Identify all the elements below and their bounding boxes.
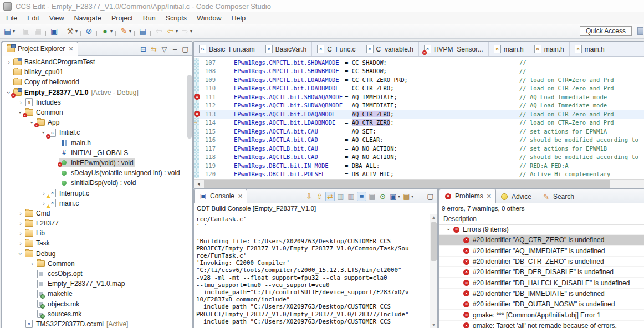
dropdown-arrow-icon[interactable]: ▾ xyxy=(110,29,113,34)
problem-row[interactable]: #20 identifier "DB_DEB_DISABLE" is undef… xyxy=(439,267,644,278)
error-marker-icon[interactable] xyxy=(194,94,200,100)
quick-access-button[interactable]: Quick Access xyxy=(580,26,632,36)
tab-project-explorer[interactable]: Project Explorer xyxy=(2,42,78,56)
expand-arrow-icon[interactable]: › xyxy=(17,210,24,217)
tab-search[interactable]: ✎Search xyxy=(538,190,580,203)
dropdown-arrow-icon[interactable]: ▾ xyxy=(398,194,400,199)
code-line-118[interactable]: 118EPwm1Regs.AQCTLB.bit.CAD= AQ_NO_ACTIO… xyxy=(194,153,644,162)
tab-console[interactable]: ▣ Console xyxy=(194,189,247,203)
menu-run[interactable]: Run xyxy=(138,13,161,23)
console-scrollbar[interactable]: ▲ ▼ xyxy=(430,214,437,328)
open-console-icon[interactable]: ▤▾ xyxy=(402,192,414,201)
tree-item-sdelayus-volatile-unsigned-int-void[interactable]: sDelayUs(volatile unsigned int) : void xyxy=(2,168,192,178)
collapse-all-icon[interactable]: ⊟ xyxy=(139,44,148,54)
expand-arrow-icon[interactable]: › xyxy=(17,230,24,237)
menu-view[interactable]: View xyxy=(44,13,69,23)
dropdown-arrow-icon[interactable]: ▾ xyxy=(75,29,78,34)
code-line-112[interactable]: 112EPwm1Regs.AQCTL.bit.SHDWAQBMODE= AQ_I… xyxy=(194,101,644,110)
console-switch-icon[interactable]: ⇄ xyxy=(325,192,335,201)
editor-tab-basicvar-h[interactable]: BasicVar.h xyxy=(260,42,312,56)
problem-row[interactable]: gmake: Target 'all' not remade because o… xyxy=(439,321,644,328)
tree-item-objects-mk[interactable]: objects.mk xyxy=(2,299,192,309)
editor-tab-main-h[interactable]: main.h xyxy=(489,42,529,56)
problem-row[interactable]: #20 identifier "DB_HALFCLK_DISABLE" is u… xyxy=(439,278,644,288)
code-line-120[interactable]: 120EPwm1Regs.DBCTL.bit.POLSEL= DB_ACTV_H… xyxy=(194,170,644,179)
tree-item-copy-of-helloworld[interactable]: Copy of helloworld xyxy=(2,77,192,87)
editor-tab-basic-fun-asm[interactable]: Basic_Fun.asm xyxy=(194,42,260,56)
menu-file[interactable]: File xyxy=(1,13,22,23)
save-icon[interactable]: ▣ xyxy=(21,25,32,37)
dropdown-arrow-icon[interactable]: ▾ xyxy=(411,194,413,199)
code-line-119[interactable]: 119EPwm1Regs.DBCTL.bit.IN_MODE= DBA_ALL;… xyxy=(194,161,644,170)
tree-item-blinky-cpu01[interactable]: blinky_cpu01 xyxy=(2,67,192,77)
tree-item-empty-f28377-v1-0[interactable]: ›Empty_F28377_V1.0[Active - Debug] xyxy=(2,88,192,98)
tree-item-cmd[interactable]: ›Cmd xyxy=(2,208,192,218)
expand-arrow-icon[interactable]: › xyxy=(17,250,24,257)
scroll-down-icon[interactable]: ⇩ xyxy=(304,192,314,201)
code-line-111[interactable]: 111EPwm1Regs.AQCTL.bit.SHDWAQAMODE= AQ_I… xyxy=(194,93,644,101)
code-line-115[interactable]: 115EPwm1Regs.AQCTLA.bit.CAU= AQ_SET;// s… xyxy=(194,127,644,136)
tree-item-initial-c[interactable]: ›Initial.c xyxy=(2,127,192,137)
menu-edit[interactable]: Edit xyxy=(22,13,44,23)
show-stdout-icon[interactable]: ▥ xyxy=(336,192,345,201)
expand-arrow-icon[interactable]: › xyxy=(17,99,24,106)
tab-advice[interactable]: Advice xyxy=(496,190,538,203)
new-wizard-icon[interactable]: ▤▾ xyxy=(2,25,16,37)
code-line-110[interactable]: 110EPwm1Regs.CMPCTL.bit.LOADBMODE= CC_CT… xyxy=(194,84,644,93)
tree-item-includes[interactable]: ›Includes xyxy=(2,98,192,107)
nav-forward-icon[interactable]: ⇨▾ xyxy=(179,25,193,37)
code-line-108[interactable]: 108EPwm1Regs.CMPCTL.bit.SHDWBMODE= CC_SH… xyxy=(194,67,644,76)
tree-item-sinitialdsp-void-void[interactable]: sInitialDsp(void) : void xyxy=(2,178,192,188)
problem-row[interactable]: #20 identifier "DB_IMMEDIATE" is undefin… xyxy=(439,289,644,299)
scroll-left-icon[interactable]: ◂ xyxy=(194,180,203,188)
tree-item-common[interactable]: ›Common xyxy=(2,259,192,269)
dropdown-arrow-icon[interactable]: ▾ xyxy=(13,29,15,34)
menu-help[interactable]: Help xyxy=(226,13,251,23)
last-edit-arrow-icon[interactable]: ⇨ xyxy=(194,119,197,126)
pin-console-icon[interactable]: ⊙ xyxy=(378,192,387,201)
console-output[interactable]: rce/CanTask.c' ' ' 'Building file: C:/Us… xyxy=(194,214,430,328)
flash-icon[interactable]: ✎▾ xyxy=(118,25,132,37)
dropdown-arrow-icon[interactable]: ▾ xyxy=(190,29,192,34)
scroll-down-icon[interactable]: ▼ xyxy=(430,322,437,328)
code-line-109[interactable]: 109EPwm1Regs.CMPCTL.bit.LOADAMODE= CC_CT… xyxy=(194,75,644,84)
code-line-117[interactable]: 117EPwm1Regs.AQCTLB.bit.CAU= AQ_NO_ACTIO… xyxy=(194,144,644,153)
tab-problems[interactable]: Problems xyxy=(439,189,496,203)
console-display-icon[interactable]: ▣▾ xyxy=(389,192,401,201)
vscroll-thumb[interactable] xyxy=(431,222,437,261)
expand-arrow-icon[interactable]: › xyxy=(444,226,453,233)
expand-arrow-icon[interactable]: › xyxy=(17,240,24,247)
description-column-header[interactable]: Description xyxy=(439,213,644,225)
tree-item-interrupt-c[interactable]: ›Interrupt.c xyxy=(2,188,192,198)
scroll-up-icon[interactable]: ⇧ xyxy=(315,192,324,201)
expand-arrow-icon[interactable]: › xyxy=(17,220,24,227)
code-line-114[interactable]: ⇨114EPwm1Regs.AQCTL.bit.LDAQBMODE= AQ_CT… xyxy=(194,119,644,127)
tree-item-ccsobjs-opt[interactable]: ccsObjs.opt xyxy=(2,269,192,279)
tree-item-sources-mk[interactable]: sources.mk xyxy=(2,309,192,319)
problem-row[interactable]: #20 identifier "DB_CTR_ZERO" is undefine… xyxy=(439,257,644,267)
editor-tab-main-h[interactable]: main.h xyxy=(529,42,570,56)
link-with-editor-icon[interactable]: ⇆ xyxy=(149,44,159,54)
menu-project[interactable]: Project xyxy=(106,13,138,23)
nav-back-history-icon[interactable]: ⇦ xyxy=(153,25,165,37)
menu-scripts[interactable]: Scripts xyxy=(161,13,192,23)
tree-item-main-c[interactable]: ›main.c xyxy=(2,198,192,208)
editor-hscrollbar[interactable]: ◂ xyxy=(194,179,644,188)
tree-item-common[interactable]: ›Common xyxy=(2,107,192,117)
perspective-switcher-icon[interactable] xyxy=(637,27,643,35)
close-icon[interactable] xyxy=(238,193,243,200)
word-wrap-icon[interactable]: ≡ xyxy=(357,192,366,201)
tree-item-main-h[interactable]: main.h xyxy=(2,138,192,148)
debug-icon[interactable]: ⊘ xyxy=(83,25,95,37)
maximize-icon[interactable]: ▢ xyxy=(181,44,190,54)
scroll-up-icon[interactable]: ▲ xyxy=(430,214,437,221)
outline-icon[interactable]: ▤ xyxy=(137,25,149,37)
problems-group-errors[interactable]: ›Errors (9 items) xyxy=(439,224,644,235)
editor-tab-c-func-c[interactable]: C_Func.c xyxy=(312,42,361,56)
problem-row[interactable]: #20 identifier "AQ_CTR_ZERO" is undefine… xyxy=(439,235,644,245)
maximize-icon[interactable]: ▢ xyxy=(426,192,435,201)
menu-window[interactable]: Window xyxy=(192,13,226,23)
hscroll-thumb[interactable] xyxy=(204,180,610,188)
code-line-107[interactable]: 107EPwm1Regs.CMPCTL.bit.SHDWAMODE= CC_SH… xyxy=(194,58,644,67)
expand-arrow-icon[interactable]: › xyxy=(28,260,36,267)
